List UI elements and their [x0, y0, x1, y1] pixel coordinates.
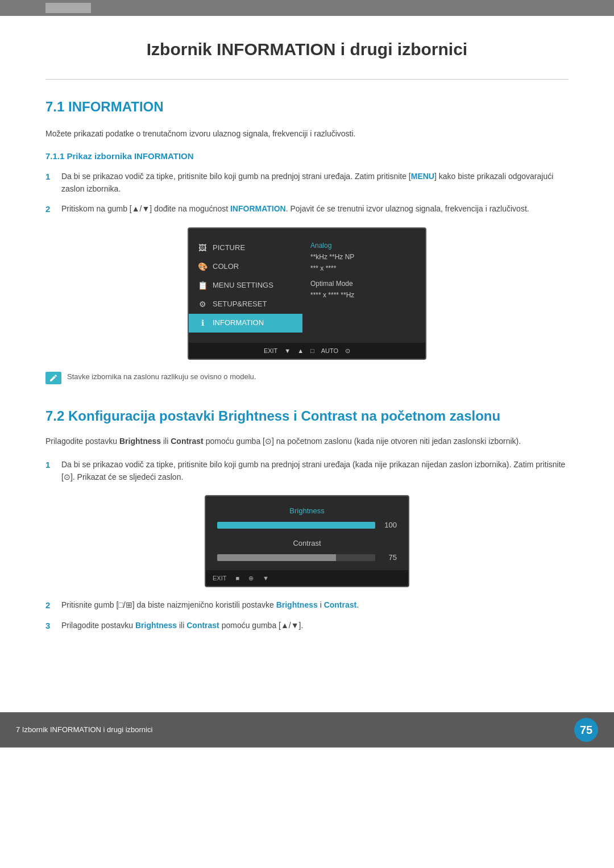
menu-item-color: 🎨 COLOR	[189, 258, 302, 276]
brightness-contrast-screen: Brightness 100 Contrast 75 EXIT ■ ⊕ ▼	[205, 495, 409, 588]
step-text-1: Da bi se prikazao vodič za tipke, pritis…	[61, 170, 569, 196]
top-bar-decoration	[45, 3, 91, 13]
brightness-value: 100	[380, 520, 397, 531]
auto-btn: AUTO	[321, 346, 338, 356]
steps-72-rest: 2 Pritisnite gumb [□/⊞] da biste naizmje…	[45, 599, 569, 633]
menu-item-menusettings-label: MENU SETTINGS	[213, 280, 273, 291]
color-icon: 🎨	[197, 261, 208, 273]
main-content: Izbornik INFORMATION i drugi izbornici 7…	[0, 16, 614, 690]
monitor-bottom-bar: EXIT ▼ ▲ □ AUTO ⊙	[189, 343, 425, 359]
picture-icon: 🖼	[197, 242, 208, 254]
brightness-label: Brightness	[217, 505, 397, 517]
optimal-label: Optimal Mode	[310, 278, 417, 289]
footer-text: 7 Izbornik INFORMATION i drugi izbornici	[16, 724, 152, 736]
sub-heading-711: 7.1.1 Prikaz izbornika INFORMATION	[45, 150, 569, 163]
menu-settings-icon: 📋	[197, 280, 208, 292]
contrast-bar-container: 75	[217, 552, 397, 563]
menu-item-picture: 🖼 PICTURE	[189, 239, 302, 258]
step-72-num-3: 3	[45, 619, 55, 633]
section-72-body: Prilagodite postavku Brightness ili Cont…	[45, 435, 569, 447]
info-icon: ℹ	[197, 317, 208, 329]
step-72-text-3: Prilagodite postavku Brightness ili Cont…	[61, 619, 569, 633]
contrast-bar-bg	[217, 554, 375, 561]
step-72-2: 2 Pritisnite gumb [□/⊞] da biste naizmje…	[45, 599, 569, 612]
step-72-3: 3 Prilagodite postavku Brightness ili Co…	[45, 619, 569, 633]
menu-item-picture-label: PICTURE	[213, 242, 245, 254]
step-71-2: 2 Pritiskom na gumb [▲/▼] dođite na mogu…	[45, 202, 569, 216]
optimal-value: **** x **** **Hz	[310, 289, 417, 301]
step-72-1: 1 Da bi se prikazao vodič za tipke, prit…	[45, 458, 569, 484]
footer-page-number: 75	[574, 718, 598, 742]
section-72-heading: 7.2 Konfiguracija postavki Brightness i …	[45, 407, 569, 425]
note-box: Stavke izbornika na zaslonu razlikuju se…	[45, 371, 569, 384]
page-footer: 7 Izbornik INFORMATION i drugi izbornici…	[0, 712, 614, 747]
note-icon	[45, 372, 61, 384]
bc-down-btn: ▼	[263, 574, 269, 583]
steps-72: 1 Da bi se prikazao vodič za tipke, prit…	[45, 458, 569, 484]
info-menu-screen: 🖼 PICTURE 🎨 COLOR 📋 MENU SETTINGS ⚙ SETU…	[188, 227, 426, 360]
step-num-1: 1	[45, 170, 55, 196]
menu-item-menu-settings: 📋 MENU SETTINGS	[189, 276, 302, 295]
contrast-label: Contrast	[217, 538, 397, 549]
menu-item-color-label: COLOR	[213, 261, 239, 272]
menu-item-setup: ⚙ SETUP&RESET	[189, 295, 302, 314]
square-btn: □	[310, 346, 314, 356]
steps-71: 1 Da bi se prikazao vodič za tipke, prit…	[45, 170, 569, 216]
resolution-value: *** x ****	[310, 263, 417, 274]
note-text: Stavke izbornika na zaslonu razlikuju se…	[67, 371, 256, 383]
section-71-heading: 7.1 INFORMATION	[45, 97, 569, 117]
bc-square-btn: ■	[235, 574, 239, 583]
step-text-2: Pritiskom na gumb [▲/▼] dođite na mogućn…	[61, 202, 569, 216]
pencil-icon	[49, 373, 58, 383]
up-btn: ▲	[297, 346, 304, 356]
setup-icon: ⚙	[197, 298, 208, 310]
step-num-2: 2	[45, 202, 55, 216]
down-btn: ▼	[284, 346, 291, 356]
brightness-bar-fill	[217, 522, 375, 529]
brightness-bar-container: 100	[217, 520, 397, 531]
section-72: 7.2 Konfiguracija postavki Brightness i …	[45, 407, 569, 633]
top-bar	[0, 0, 614, 16]
exit-btn: EXIT	[264, 346, 277, 356]
menu-item-setup-label: SETUP&RESET	[213, 298, 267, 310]
analog-value: **kHz **Hz NP	[310, 251, 417, 263]
info-menu-right: Analog **kHz **Hz NP *** x **** Optimal …	[302, 234, 425, 337]
analog-label: Analog	[310, 240, 417, 251]
page-title: Izbornik INFORMATION i drugi izbornici	[45, 16, 569, 80]
menu-item-information: ℹ INFORMATION	[189, 314, 302, 333]
bc-bottom-bar: EXIT ■ ⊕ ▼	[206, 570, 408, 587]
circle-btn: ⊙	[345, 346, 350, 356]
info-menu-left: 🖼 PICTURE 🎨 COLOR 📋 MENU SETTINGS ⚙ SETU…	[189, 234, 302, 337]
section-71-body: Možete prikazati podatke o trenutačnom i…	[45, 127, 569, 140]
contrast-value: 75	[380, 552, 397, 563]
section-71: 7.1 INFORMATION Možete prikazati podatke…	[45, 97, 569, 384]
bc-plus-btn: ⊕	[248, 574, 254, 583]
contrast-bar-fill	[217, 554, 336, 561]
step-72-text-1: Da bi se prikazao vodič za tipke, pritis…	[61, 458, 569, 484]
menu-item-information-label: INFORMATION	[213, 317, 264, 329]
step-71-1: 1 Da bi se prikazao vodič za tipke, prit…	[45, 170, 569, 196]
step-72-num-1: 1	[45, 458, 55, 484]
brightness-bar-bg	[217, 522, 375, 529]
info-menu: 🖼 PICTURE 🎨 COLOR 📋 MENU SETTINGS ⚙ SETU…	[189, 229, 425, 343]
bc-exit-btn: EXIT	[208, 574, 226, 583]
step-72-num-2: 2	[45, 599, 55, 612]
step-72-text-2: Pritisnite gumb [□/⊞] da biste naizmjeni…	[61, 599, 569, 612]
